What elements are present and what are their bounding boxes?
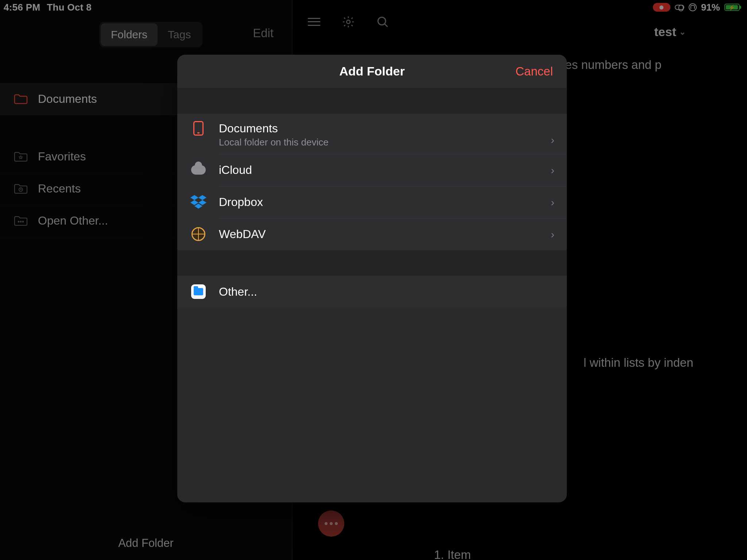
section-gap — [177, 88, 567, 114]
modal-row-documents[interactable]: Documents Local folder on this device › — [177, 114, 567, 154]
chevron-right-icon: › — [551, 196, 554, 209]
modal-row-label: iCloud — [219, 163, 252, 177]
modal-row-label: Documents — [219, 122, 329, 135]
chevron-right-icon: › — [551, 134, 554, 146]
cancel-button[interactable]: Cancel — [515, 65, 553, 78]
add-folder-modal: Add Folder Cancel Documents Local folder… — [177, 55, 567, 502]
modal-row-label: Other... — [219, 285, 257, 299]
modal-row-icloud[interactable]: iCloud › — [177, 154, 567, 186]
svg-marker-7 — [198, 195, 206, 200]
chevron-right-icon: › — [551, 228, 554, 241]
modal-title: Add Folder — [339, 64, 405, 78]
section-gap — [177, 250, 567, 276]
modal-row-dropbox[interactable]: Dropbox › — [177, 186, 567, 218]
modal-row-webdav[interactable]: WebDAV › — [177, 218, 567, 250]
cloud-icon — [190, 162, 206, 178]
svg-marker-6 — [190, 195, 198, 200]
files-app-icon — [190, 284, 206, 300]
modal-row-subtitle: Local folder on this device — [219, 137, 329, 148]
dropbox-icon — [190, 194, 206, 210]
webdav-icon — [190, 226, 206, 242]
modal-row-label: WebDAV — [219, 228, 266, 241]
chevron-right-icon: › — [551, 164, 554, 176]
modal-row-other[interactable]: Other... — [177, 276, 567, 308]
device-icon — [190, 120, 206, 136]
modal-row-label: Dropbox — [219, 195, 263, 209]
modal-header: Add Folder Cancel — [177, 55, 567, 88]
